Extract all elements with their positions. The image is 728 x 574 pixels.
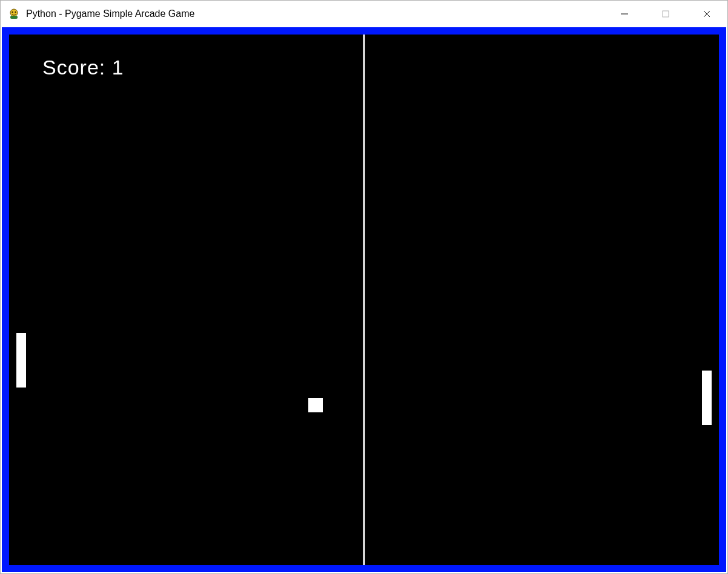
paddle-left[interactable]	[16, 333, 26, 388]
center-line	[363, 35, 365, 565]
ball	[308, 398, 323, 412]
window-controls	[604, 1, 727, 27]
game-canvas[interactable]: Score: 1	[9, 35, 719, 565]
app-icon	[7, 7, 21, 21]
svg-point-1	[12, 12, 13, 13]
svg-rect-3	[10, 16, 18, 19]
paddle-right[interactable]	[702, 371, 712, 425]
minimize-button[interactable]	[604, 1, 645, 27]
close-button[interactable]	[686, 1, 727, 27]
title-bar: Python - Pygame Simple Arcade Game	[1, 1, 727, 27]
score-value: 1	[112, 56, 124, 79]
window-title: Python - Pygame Simple Arcade Game	[26, 8, 194, 19]
game-frame: Score: 1	[2, 27, 726, 572]
score-label: Score:	[42, 56, 105, 79]
svg-point-2	[15, 12, 16, 13]
maximize-button[interactable]	[645, 1, 686, 27]
score-display: Score: 1	[42, 56, 124, 79]
svg-rect-5	[663, 11, 669, 17]
client-area: Score: 1	[1, 27, 727, 573]
